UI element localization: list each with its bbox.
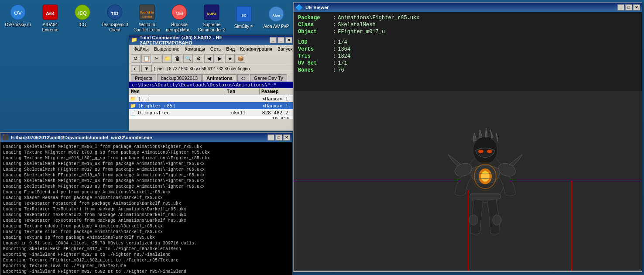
tc-toolbar-move[interactable]: ✂ — [152, 54, 161, 63]
ue-maximize-button[interactable]: □ — [625, 4, 632, 10]
cmd-line: Exporting Texture lava to ./Fighter_r85/… — [3, 263, 289, 269]
ue-close-button[interactable]: ✕ — [633, 4, 640, 10]
tc-menu-net[interactable]: Сеть — [208, 46, 223, 52]
tc-filelist[interactable]: Имя Тип Размер 📁 [..] <Папка> 1 📁 [Fight… — [129, 88, 294, 119]
tc-toolbar-delete[interactable]: 🗑 — [173, 54, 182, 63]
ue-minimize-button[interactable]: _ — [617, 4, 624, 10]
ue-label-verts: Verts — [298, 46, 333, 52]
ue-titlebar[interactable]: 🔷 UE Viewer _ □ ✕ — [294, 3, 642, 12]
ovgorskiy-icon: OV — [9, 3, 27, 21]
tc-title-text: Total Commander (x64) 8.50β12 - НЕ ЗАРЕГ… — [140, 35, 270, 45]
tc-menu-config[interactable]: Конфигурация — [237, 46, 275, 52]
tc-toolbar-refresh[interactable]: ↺ — [131, 54, 140, 63]
icon-simcity[interactable]: SC SimCity™ — [228, 3, 260, 36]
tc-window-controls: _ □ ✕ — [270, 37, 292, 43]
cmd-line: Exporting Texture FFighter_m017_t602_u_o… — [3, 258, 289, 263]
svg-marker-38 — [490, 130, 493, 138]
ue-info-package: Package : Animations\Fighter_r85.ukx — [298, 15, 637, 21]
tc-menu-commands[interactable]: Команды — [182, 46, 208, 52]
tc-toolbar-back[interactable]: ◀ — [204, 54, 214, 63]
tc-drive-bar: c ▼ [_нет_] 8 722 660 Кб из 58 612 732 К… — [129, 64, 294, 73]
cmd-line: Loading Texture ddddp from package Anima… — [3, 223, 289, 229]
tc-file-row-fighter[interactable]: 📁 [Fighter_r85] <Папка> 1 — [129, 102, 294, 109]
icon-teamspeak[interactable]: TS3 TeamSpeak 3 Client — [99, 2, 131, 36]
ue-window-controls: _ □ ✕ — [617, 4, 640, 10]
cmd-line: Loading TexRotator TexRotator2 from pack… — [3, 212, 289, 218]
cmd-title-icon: ⬛ — [2, 134, 9, 141]
svg-text:TS3: TS3 — [111, 11, 119, 16]
igrovoy-icon: Mail — [171, 3, 188, 21]
tc-tab-gamedev[interactable]: Game Dev Ty — [250, 74, 287, 82]
tc-tab-c[interactable]: c: — [237, 74, 249, 82]
tc-col-type: Тип — [225, 88, 260, 95]
tc-file-row-olimpus[interactable]: 📄 OlimpusTree ukx11 828 482 2 — [129, 109, 294, 116]
icon-aida64[interactable]: A64 AIDA64 Extreme — [34, 2, 66, 36]
tc-toolbar-bookmark[interactable]: ★ — [225, 54, 235, 63]
tc-file-size-0: <Папка> 1 — [262, 96, 293, 102]
svg-rect-44 — [470, 194, 500, 199]
tc-toolbar-archive[interactable]: 📦 — [236, 54, 245, 63]
tc-menu-files[interactable]: Файлы — [131, 46, 151, 52]
icon-igrovoy[interactable]: Mail Игровой центр@Mai... — [163, 2, 195, 36]
icon-icq[interactable]: ICQ ICQ — [66, 2, 99, 36]
ue-3d-viewport[interactable] — [294, 91, 642, 271]
icq-icon: ICQ — [74, 3, 91, 21]
tc-maximize-button[interactable]: □ — [277, 37, 284, 43]
teamspeak-icon: TS3 — [106, 3, 123, 21]
icon-worldinconflict[interactable]: World In Conflict World In Conflict Edit… — [131, 2, 163, 36]
ue-info-lod: LOD : 1/4 — [298, 39, 637, 45]
ue-label-object: Object — [298, 29, 333, 35]
cmd-window-controls: _ □ ✕ — [267, 134, 290, 141]
ue-val-verts: 1364 — [338, 46, 350, 52]
tc-tab-animations[interactable]: Animations — [202, 74, 236, 82]
cmd-minimize-button[interactable]: _ — [267, 134, 274, 141]
cmd-line: Loading Texture sp from package Animatio… — [3, 235, 289, 241]
ue-info-panel: Package : Animations\Fighter_r85.ukx Cla… — [294, 12, 642, 91]
icon-supreme[interactable]: SUP2 Supreme Commander 2 — [195, 2, 228, 36]
tc-menu-view[interactable]: Вид — [223, 46, 237, 52]
tc-toolbar: ↺ 📋 ✂ 📁 🗑 🔍 ⚙ ◀ ▶ ★ 📦 — [129, 53, 294, 64]
icon-aion[interactable]: Aion Aion AW PvP — [260, 3, 292, 36]
icon-ovgorskiy[interactable]: OV OVGorskiy.ru — [2, 2, 34, 36]
svg-text:Mail: Mail — [176, 11, 183, 16]
cmd-content[interactable]: Loading SkeletalMesh MFighter_m006_l fro… — [0, 142, 292, 275]
svg-marker-35 — [473, 133, 476, 141]
aida64-icon: A64 — [41, 3, 59, 21]
tc-drive-c[interactable]: c — [131, 65, 140, 72]
supreme-icon: SUP2 — [203, 3, 220, 21]
ue-label-lod: LOD — [298, 39, 333, 45]
ue-val-lod: 1/4 — [338, 39, 347, 45]
tc-toolbar-newfolder[interactable]: 📁 — [162, 54, 172, 63]
tc-tab-backup[interactable]: backup30092013 — [157, 74, 202, 82]
tc-file-type-2: ukx11 — [231, 110, 262, 116]
ue-val-bones: 76 — [338, 67, 344, 73]
tc-tabs: Projects backup30092013 Animations c: Ga… — [129, 73, 294, 82]
svg-marker-37 — [485, 128, 487, 137]
tc-menu-select[interactable]: Выделение — [151, 46, 182, 52]
tc-toolbar-copy[interactable]: 📋 — [141, 54, 151, 63]
tc-titlebar[interactable]: 📁 Total Commander (x64) 8.50β12 - НЕ ЗАР… — [129, 35, 294, 45]
cmd-close-button[interactable]: ✕ — [283, 134, 290, 141]
simcity-icon: SC — [235, 5, 253, 23]
ue-val-class: SkeletalMesh — [338, 22, 375, 28]
cmd-maximize-button[interactable]: □ — [275, 134, 282, 141]
tc-file-row-parent[interactable]: 📁 [..] <Папка> 1 — [129, 95, 294, 102]
tc-toolbar-settings[interactable]: ⚙ — [194, 54, 203, 63]
tc-minimize-button[interactable]: _ — [270, 37, 277, 43]
tc-close-button[interactable]: ✕ — [285, 37, 292, 43]
tc-toolbar-search[interactable]: 🔍 — [183, 54, 193, 63]
tc-toolbar-forward[interactable]: ▶ — [215, 54, 224, 63]
tc-menubar: Файлы Выделение Команды Сеть Вид Конфигу… — [129, 45, 294, 53]
ue-val-object: FFighter_m017_u — [338, 29, 385, 35]
aion-icon: Aion — [267, 5, 285, 23]
cmd-line: Loading SkeletalMesh MFighter_m018_u3 fr… — [3, 184, 289, 189]
tc-file-row-johnscott[interactable]: 📄 JohnScott_MFighter_br_close_helmet_m00… — [129, 116, 294, 119]
aida64-label: AIDA64 Extreme — [35, 22, 65, 33]
ue-viewer-window: 🔷 UE Viewer _ □ ✕ Package : Animations\F… — [293, 2, 642, 272]
tc-tab-projects[interactable]: Projects — [131, 74, 156, 82]
cmd-line: Loading Texture MFighter_m007_t703_g_sp … — [3, 150, 289, 155]
tc-menu-start[interactable]: Запуск — [275, 46, 295, 52]
tc-drive-placeholder[interactable]: ▼ — [141, 65, 152, 72]
svg-text:Aion: Aion — [272, 14, 280, 17]
cmd-titlebar[interactable]: ⬛ E:\back07062012\xm64\Downloads\umodel_… — [0, 133, 292, 142]
